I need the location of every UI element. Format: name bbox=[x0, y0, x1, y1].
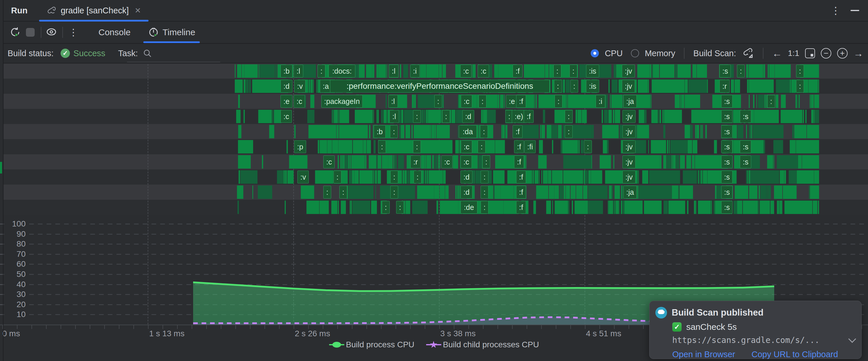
tab-timeline[interactable]: Timeline bbox=[139, 22, 204, 43]
gantt-task-bar[interactable]: : bbox=[480, 125, 488, 138]
gantt-task-bar[interactable]: : bbox=[569, 65, 577, 77]
gantt-task-bar[interactable]: :jv bbox=[622, 65, 635, 77]
gantt-task-bar[interactable]: :s bbox=[719, 65, 731, 77]
gantt-task-bar[interactable]: : bbox=[553, 65, 561, 77]
gantt-task-bar[interactable]: : bbox=[413, 171, 422, 184]
gantt-task-bar[interactable]: :f bbox=[524, 110, 534, 123]
gantt-task-bar[interactable]: : bbox=[565, 125, 572, 138]
gantt-task-bar[interactable]: : bbox=[339, 186, 347, 199]
build-scan-notification[interactable]: Build Scan published ✓ sanCheck 5s https… bbox=[649, 301, 862, 359]
zoom-out-icon[interactable]: − bbox=[821, 48, 831, 59]
gantt-task-bar[interactable]: :s bbox=[721, 110, 733, 123]
gantt-task-bar[interactable]: :packageIn bbox=[321, 95, 363, 108]
gantt-task-bar[interactable]: :d bbox=[280, 80, 292, 93]
gantt-task-bar[interactable]: :jv bbox=[622, 140, 636, 153]
gantt-task-bar[interactable]: :d bbox=[461, 186, 472, 199]
gantt-task-bar[interactable]: :jv bbox=[622, 110, 636, 123]
gantt-task-bar[interactable]: : bbox=[382, 201, 390, 214]
zoom-in-icon[interactable]: + bbox=[837, 48, 847, 59]
gantt-task-bar[interactable]: :s bbox=[740, 140, 751, 153]
chevron-down-icon[interactable] bbox=[848, 335, 856, 343]
gantt-task-bar[interactable]: :b bbox=[374, 125, 386, 138]
gantt-task-bar[interactable]: :docs: bbox=[329, 65, 355, 77]
gantt-task-bar[interactable]: :d bbox=[461, 171, 472, 184]
gantt-task-bar[interactable]: :c bbox=[280, 110, 292, 123]
gantt-task-bar[interactable]: :f bbox=[516, 201, 526, 214]
gantt-task-bar[interactable]: : bbox=[334, 171, 341, 184]
gantt-task-bar[interactable]: :jv bbox=[622, 156, 636, 168]
toolbar-options-icon[interactable]: ⋮ bbox=[66, 27, 81, 38]
gantt-task-bar[interactable]: : bbox=[584, 140, 592, 153]
scroll-right-icon[interactable]: → bbox=[854, 48, 863, 59]
gantt-task-bar[interactable]: : bbox=[478, 95, 487, 108]
scroll-left-icon[interactable]: ← bbox=[772, 48, 782, 59]
filter-tasks-button[interactable] bbox=[44, 25, 59, 40]
gantt-task-bar[interactable]: :s bbox=[740, 110, 751, 123]
gantt-task-bar[interactable]: :c bbox=[461, 140, 472, 153]
gantt-task-bar[interactable]: :f bbox=[513, 65, 523, 77]
gantt-task-bar[interactable]: : bbox=[396, 201, 404, 214]
gantt-task-bar[interactable]: : bbox=[390, 171, 398, 184]
gantt-task-bar[interactable]: :c bbox=[441, 156, 453, 168]
gantt-task-bar[interactable]: :da bbox=[459, 125, 477, 138]
gantt-task-bar[interactable]: :jv bbox=[622, 125, 636, 138]
gantt-task-bar[interactable]: : bbox=[482, 156, 490, 168]
open-build-scan-icon[interactable] bbox=[742, 48, 754, 59]
fit-to-screen-icon[interactable] bbox=[805, 48, 815, 58]
gantt-task-bar[interactable]: : bbox=[555, 95, 562, 108]
gantt-task-bar[interactable]: :r bbox=[410, 156, 421, 168]
tab-gradle-sancheck[interactable]: gradle [sanCheck] ✕ bbox=[39, 0, 149, 21]
gantt-task-bar[interactable]: :d bbox=[462, 110, 474, 123]
gantt-task-bar[interactable]: :fi bbox=[524, 140, 536, 153]
gantt-task-bar[interactable]: :s bbox=[721, 95, 733, 108]
gantt-task-bar[interactable]: : bbox=[737, 65, 745, 77]
tab-close-icon[interactable]: ✕ bbox=[134, 6, 141, 15]
gantt-task-bar[interactable]: :l bbox=[389, 65, 399, 77]
gantt-task-bar[interactable]: :c bbox=[461, 156, 472, 168]
stop-button[interactable] bbox=[23, 25, 38, 40]
header-options-icon[interactable]: ⋮ bbox=[827, 5, 845, 16]
gantt-task-bar[interactable]: : bbox=[390, 186, 398, 199]
gantt-task-bar[interactable]: :f bbox=[516, 171, 526, 184]
gantt-task-bar[interactable]: :c bbox=[461, 95, 472, 108]
gantt-task-bar[interactable]: :r bbox=[719, 80, 730, 93]
gantt-task-bar[interactable]: :b bbox=[280, 65, 292, 77]
gantt-task-bar[interactable]: :v bbox=[298, 171, 309, 184]
gantt-task-bar[interactable]: :f bbox=[516, 95, 526, 108]
gantt-task-bar[interactable]: :ja bbox=[623, 95, 637, 108]
gantt-task-bar[interactable]: :c bbox=[293, 95, 305, 108]
gantt-task-bar[interactable]: :s bbox=[740, 156, 751, 168]
gantt-task-bar[interactable]: : bbox=[378, 140, 386, 153]
gantt-task-bar[interactable]: :c bbox=[478, 65, 489, 77]
gantt-task-bar[interactable]: : bbox=[796, 65, 804, 77]
gantt-task-bar[interactable]: :s bbox=[721, 186, 733, 199]
gantt-task-bar[interactable]: :is bbox=[586, 80, 599, 93]
gantt-task-bar[interactable]: :f bbox=[514, 156, 524, 168]
search-icon[interactable] bbox=[143, 48, 152, 58]
gantt-task-bar[interactable]: : bbox=[480, 201, 489, 214]
gantt-task-bar[interactable]: :l bbox=[293, 65, 303, 77]
gantt-task-bar[interactable]: : bbox=[323, 186, 331, 199]
build-scan-url[interactable]: https://scans.gradle.com/s/... bbox=[672, 335, 820, 345]
cpu-radio[interactable] bbox=[591, 49, 599, 57]
gantt-task-bar[interactable]: :i bbox=[596, 95, 605, 108]
gantt-task-bar[interactable]: : bbox=[796, 80, 804, 93]
gantt-task-bar[interactable]: : bbox=[554, 80, 562, 93]
gantt-task-bar[interactable]: : bbox=[390, 125, 398, 138]
tab-console[interactable]: Console bbox=[90, 22, 139, 43]
gantt-task-bar[interactable]: : bbox=[434, 95, 442, 108]
gantt-task-bar[interactable]: :s bbox=[721, 201, 733, 214]
gantt-task-bar[interactable]: :jv bbox=[622, 171, 636, 184]
gantt-task-bar[interactable]: :ja bbox=[623, 186, 637, 199]
gantt-task-bar[interactable]: :i bbox=[410, 65, 420, 77]
gantt-task-bar[interactable]: :l bbox=[388, 95, 398, 108]
gantt-task-bar[interactable]: : bbox=[413, 140, 421, 153]
zoom-reset-button[interactable]: 1:1 bbox=[788, 48, 799, 58]
hide-window-icon[interactable] bbox=[850, 10, 859, 11]
gantt-task-bar[interactable]: :l bbox=[390, 110, 399, 123]
gantt-task-bar[interactable]: :c bbox=[460, 65, 472, 77]
gantt-task-bar[interactable]: :jv bbox=[622, 80, 635, 93]
gantt-task-bar[interactable]: : bbox=[317, 65, 326, 77]
gantt-task-bar[interactable]: : bbox=[480, 171, 489, 184]
gantt-task-bar[interactable]: : bbox=[413, 110, 421, 123]
